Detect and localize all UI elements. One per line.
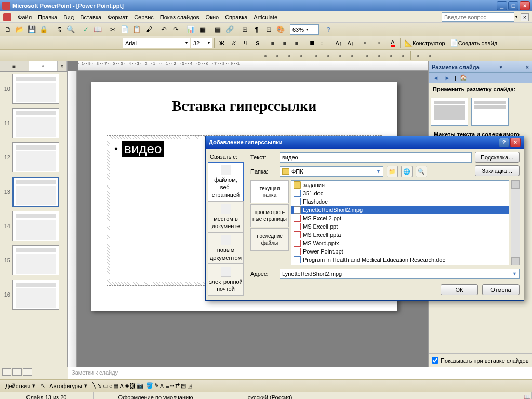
browse-file-button[interactable]: 🔍 bbox=[416, 166, 427, 177]
dash-style-tool[interactable]: ┅ bbox=[170, 382, 174, 389]
picture-tool[interactable]: 📷 bbox=[137, 382, 144, 389]
clipart-tool[interactable]: 🖼 bbox=[130, 383, 136, 389]
x-btn-8[interactable]: ▫ bbox=[347, 50, 358, 61]
menu-articulate[interactable]: Articulate bbox=[250, 13, 281, 21]
file-item[interactable]: задания bbox=[291, 181, 509, 189]
file-item[interactable]: MS Excell.ppt bbox=[291, 222, 509, 231]
thumbnail-11[interactable]: 11 bbox=[0, 106, 67, 140]
show-formatting-button[interactable]: ¶ bbox=[251, 24, 262, 35]
open-button[interactable]: 📂 bbox=[14, 24, 25, 35]
nav-home-button[interactable]: 🏠 bbox=[459, 74, 468, 82]
undo-button[interactable]: ↶ bbox=[158, 24, 169, 35]
menu-вид[interactable]: Вид bbox=[60, 13, 77, 21]
shadow-button[interactable]: S bbox=[252, 37, 263, 49]
wordart An-tool[interactable]: A bbox=[119, 383, 123, 389]
show-on-insert-checkbox[interactable] bbox=[432, 357, 438, 364]
thumbnail-14[interactable]: 14 bbox=[0, 209, 67, 243]
link-type-option[interactable]: электронной почтой bbox=[208, 264, 244, 296]
line-tool[interactable]: ╲ bbox=[92, 382, 96, 389]
thumbnail-15[interactable]: 15 bbox=[0, 243, 67, 277]
help-button[interactable]: ? bbox=[323, 24, 334, 35]
x-btn-7[interactable]: ▫ bbox=[335, 50, 346, 61]
fill-color-tool[interactable]: 🪣 bbox=[146, 382, 153, 389]
oval-tool[interactable]: ○ bbox=[109, 383, 113, 389]
chart-button[interactable]: 📊 bbox=[185, 24, 196, 35]
file-item[interactable]: MS Word.pptx bbox=[291, 239, 509, 247]
increase-font-button[interactable]: A↑ bbox=[333, 37, 344, 49]
copy-button[interactable]: 📄 bbox=[119, 24, 130, 35]
file-item[interactable]: MS Excell.ppta bbox=[291, 231, 509, 239]
grid-button[interactable]: ⊡ bbox=[263, 24, 274, 35]
nav-back-button[interactable]: ◄ bbox=[432, 74, 440, 82]
cancel-button[interactable]: Отмена bbox=[482, 284, 520, 295]
file-item[interactable]: Program in Health and Medical Education … bbox=[291, 256, 509, 264]
arrow-style-tool[interactable]: ⇄ bbox=[175, 382, 180, 389]
align-center-button[interactable]: ≡ bbox=[279, 37, 290, 49]
menu-справка[interactable]: Справка bbox=[222, 13, 250, 21]
align-left-button[interactable]: ≡ bbox=[267, 37, 278, 49]
font-size-combo[interactable]: 32▾ bbox=[191, 38, 212, 48]
file-tab[interactable]: просмотрен-ные страницы bbox=[250, 204, 289, 227]
maximize-button[interactable]: □ bbox=[508, 1, 518, 10]
folder-combo[interactable]: ФПК ▼ bbox=[280, 166, 383, 177]
file-item[interactable]: LynetteReidShort2.mpg bbox=[291, 206, 509, 214]
tabs-close[interactable]: × bbox=[58, 61, 67, 71]
preview-button[interactable]: 🔍 bbox=[65, 24, 76, 35]
bold-button[interactable]: Ж bbox=[216, 37, 228, 49]
dialog-help-button[interactable]: ? bbox=[499, 138, 509, 147]
paste-button[interactable]: 📋 bbox=[131, 24, 142, 35]
task-pane-close[interactable]: × bbox=[526, 64, 529, 70]
menu-показ слайдов[interactable]: Показ слайдов bbox=[157, 13, 203, 21]
save-button[interactable]: 💾 bbox=[26, 24, 37, 35]
print-button[interactable]: 🖨 bbox=[53, 24, 64, 35]
shadow-tool[interactable]: ▧ bbox=[181, 382, 186, 389]
sorter-view-button[interactable] bbox=[12, 368, 22, 376]
slide-title[interactable]: Вставка гиперссылки bbox=[91, 82, 397, 114]
thumbnail-12[interactable]: 12 bbox=[0, 140, 67, 175]
help-input[interactable] bbox=[442, 12, 514, 22]
bookmark-button[interactable]: Закладка… bbox=[475, 165, 520, 176]
research-button[interactable]: 📖 bbox=[92, 24, 103, 35]
bullet-list-button[interactable]: ⋮≡ bbox=[318, 37, 329, 49]
permission-button[interactable]: 🔒 bbox=[38, 24, 49, 35]
color-button[interactable]: 🎨 bbox=[275, 24, 286, 35]
line-color-tool[interactable]: ✎ bbox=[154, 382, 159, 389]
dialog-close-button[interactable]: × bbox=[510, 138, 521, 147]
x-btn-5[interactable]: ▫ bbox=[311, 50, 322, 61]
line-style-tool[interactable]: ≡ bbox=[166, 383, 169, 389]
designer-button[interactable]: 📐 Конструктор bbox=[402, 37, 447, 49]
file-item[interactable]: Flash.doc bbox=[291, 197, 509, 206]
outline-tab[interactable]: ≡ bbox=[0, 61, 29, 71]
file-item[interactable]: MS Excel 2.ppt bbox=[291, 214, 509, 222]
up-folder-button[interactable]: 📁 bbox=[387, 166, 398, 177]
layout-item[interactable] bbox=[431, 98, 468, 126]
diagram-tool[interactable]: ◈ bbox=[125, 382, 129, 389]
numbered-list-button[interactable]: ≣ bbox=[306, 37, 317, 49]
font-color-button[interactable]: A bbox=[387, 37, 398, 49]
zoom-combo[interactable]: 63%▾ bbox=[290, 24, 319, 35]
file-list[interactable]: задания351.docFlash.docLynetteReidShort2… bbox=[291, 180, 509, 265]
nav-fwd-button[interactable]: ► bbox=[443, 74, 451, 82]
layout-item[interactable] bbox=[471, 98, 509, 126]
select-tool[interactable]: ↖ bbox=[41, 382, 45, 389]
file-item[interactable]: Power Point.ppt bbox=[291, 247, 509, 256]
close-button[interactable]: × bbox=[520, 1, 530, 10]
text-input[interactable] bbox=[280, 152, 472, 163]
spell-button[interactable]: ✓ bbox=[80, 24, 91, 35]
x-btn-1[interactable]: ▫ bbox=[260, 50, 271, 61]
link-type-option[interactable]: новым документом bbox=[208, 232, 244, 264]
align-right-button[interactable]: ≡ bbox=[291, 37, 302, 49]
slides-tab[interactable]: ▫ bbox=[29, 61, 58, 71]
x-btn-14[interactable]: ▫ bbox=[424, 50, 436, 61]
menu-сервис[interactable]: Сервис bbox=[131, 13, 157, 21]
expand-button[interactable]: ⊞ bbox=[239, 24, 250, 35]
hyperlink-button[interactable]: 🔗 bbox=[224, 24, 235, 35]
decrease-indent-button[interactable]: ⇤ bbox=[360, 37, 371, 49]
cut-button[interactable]: ✂ bbox=[107, 24, 118, 35]
increase-indent-button[interactable]: ⇥ bbox=[372, 37, 383, 49]
link-type-option[interactable]: местом в документе bbox=[208, 201, 244, 233]
file-tab[interactable]: последние файлы bbox=[250, 228, 289, 251]
actions-menu[interactable]: Действия ▾ bbox=[2, 382, 38, 389]
menu-формат[interactable]: Формат bbox=[104, 13, 131, 21]
tables-borders-button[interactable]: ▤ bbox=[212, 24, 223, 35]
